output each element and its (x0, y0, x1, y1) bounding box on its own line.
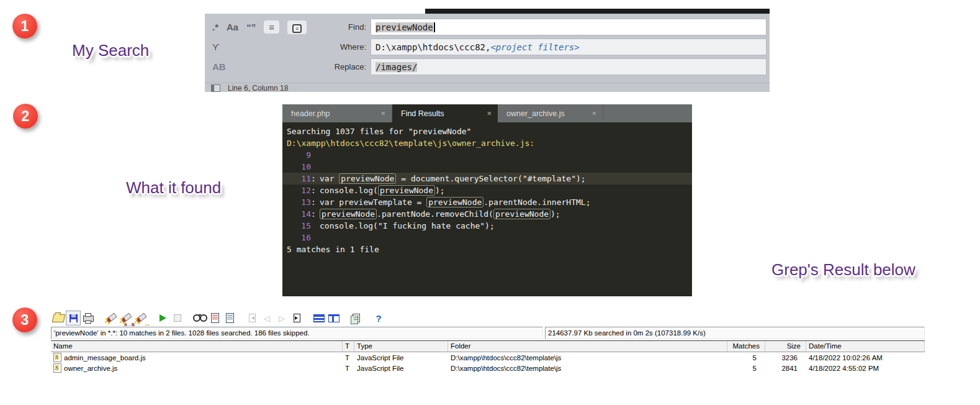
regex-toggle-icon[interactable]: .* (212, 22, 218, 32)
line-number: 16 (282, 232, 311, 243)
column-header-t[interactable]: T (343, 341, 354, 352)
table-row[interactable]: owner_archive.jsTJavaScript FileD:\xampp… (51, 363, 925, 373)
file-report-icon[interactable] (222, 311, 237, 325)
cell-matches: 5 (727, 365, 765, 372)
column-header-type[interactable]: Type (354, 341, 448, 352)
editor-status-bar: Line 6, Column 18 (205, 83, 770, 93)
case-sensitive-toggle-icon[interactable]: Aa (227, 22, 238, 32)
code-text: var previewNode = document.querySelector… (320, 173, 586, 184)
split-vertical-icon[interactable] (326, 311, 341, 325)
line-separator (311, 232, 320, 243)
line-number: 15 (282, 220, 311, 232)
open-folder-icon[interactable] (51, 311, 66, 325)
search-options-icon[interactable]: ... (133, 311, 148, 325)
print-glyph (83, 316, 94, 322)
run-search-glyph (160, 314, 166, 322)
line-separator (311, 161, 320, 173)
tab-header-php[interactable]: header.php× (282, 104, 392, 122)
find-input[interactable]: previewNode (371, 19, 766, 35)
column-header-date-time[interactable]: Date/Time (806, 341, 925, 352)
preserve-case-toggle-icon[interactable]: AB (212, 61, 226, 72)
code-line[interactable]: 14:previewNode.parentNode.removeChild(pr… (282, 208, 692, 220)
result-text: 5 matches in 1 file (282, 243, 379, 255)
search-replace-icon[interactable]: A→B (118, 311, 133, 325)
code-line[interactable]: 9 (282, 149, 692, 161)
view-matches-icon[interactable] (192, 311, 207, 325)
where-value: D:\xampp\htdocs\ccc82, (375, 42, 490, 52)
tab-close-icon[interactable]: × (487, 109, 492, 118)
line-separator (311, 149, 320, 161)
grep-toolbar: A→B...◁▷? (51, 309, 925, 327)
match-report-glyph (211, 313, 219, 323)
tab-owner-archive-js[interactable]: owner_archive.js× (498, 104, 603, 122)
replace-value: /images/ (375, 62, 417, 72)
search-icon[interactable] (103, 311, 118, 325)
show-context-toggle-icon[interactable]: ≡ (287, 20, 307, 34)
last-match-icon[interactable] (289, 311, 304, 325)
help-icon[interactable]: ? (371, 311, 386, 325)
run-search-icon[interactable] (155, 311, 170, 325)
line-number: 14 (282, 208, 311, 220)
last-match-glyph (294, 314, 300, 322)
line-number: 12 (282, 184, 311, 196)
replace-input[interactable]: /images/ (371, 58, 766, 75)
code-line[interactable]: Searching 1037 files for "previewNode" (282, 125, 692, 137)
match-report-icon[interactable] (207, 311, 222, 325)
find-results-code-area[interactable]: Searching 1037 files for "previewNode"D:… (282, 122, 692, 296)
code-line[interactable]: 5 matches in 1 file (282, 243, 692, 255)
whole-word-toggle-icon[interactable]: “” (246, 22, 256, 32)
tab-close-icon[interactable]: × (591, 109, 596, 118)
pane-icon[interactable] (211, 84, 220, 92)
cell-name: owner_archive.js (51, 363, 343, 373)
split-vertical-glyph (328, 314, 339, 322)
column-header-folder[interactable]: Folder (448, 341, 727, 352)
cell-matches: 5 (727, 354, 765, 362)
annotation-my-search: My Search (72, 41, 149, 60)
line-number: 9 (282, 149, 311, 161)
code-line[interactable]: 12:console.log(previewNode); (282, 184, 692, 196)
code-line[interactable]: 13:var previewTemplate = previewNode.par… (282, 196, 692, 208)
annotation-greps-result: Grep's Result below (771, 260, 915, 280)
tab-close-icon[interactable]: × (380, 109, 385, 118)
code-text: console.log("I fucking hate cache"); (320, 220, 495, 232)
code-line[interactable]: 16 (282, 232, 692, 243)
toolbar-sub-label: ... (145, 321, 150, 327)
cursor-position-text: Line 6, Column 18 (228, 84, 288, 93)
use-buffer-toggle-icon[interactable]: ϒ (212, 42, 220, 52)
wrap-toggle-icon[interactable]: ≡ (264, 20, 279, 34)
grep-results-table: NameTTypeFolderMatchesSizeDate/Time admi… (51, 340, 925, 373)
where-label: Where: (323, 42, 371, 52)
code-line[interactable]: 11:var previewNode = document.querySelec… (282, 173, 692, 184)
cell-folder: D:\xampp\htdocs\ccc82\template\js (448, 365, 727, 372)
code-line[interactable]: 15console.log("I fucking hate cache"); (282, 220, 692, 232)
js-file-icon (53, 353, 61, 362)
save-icon[interactable] (66, 311, 81, 325)
first-match-glyph (249, 314, 256, 322)
print-icon[interactable] (81, 311, 96, 325)
column-header-name[interactable]: Name (51, 341, 343, 352)
line-separator: : (311, 208, 320, 220)
result-file-path: D:\xampp\htdocs\ccc82\template\js\owner_… (282, 137, 534, 149)
column-header-size[interactable]: Size (765, 341, 806, 352)
split-horizontal-icon[interactable] (312, 311, 326, 325)
stop-search-glyph (174, 314, 181, 322)
open-folder-glyph (52, 314, 65, 322)
line-separator: : (311, 173, 320, 184)
code-text: console.log(previewNode); (320, 184, 445, 196)
copy-results-icon[interactable] (349, 311, 364, 325)
help-glyph: ? (375, 313, 381, 324)
step-badge-1: 1 (12, 14, 37, 39)
tab-find-results[interactable]: Find Results× (392, 104, 498, 122)
prev-match-glyph: ◁ (264, 314, 270, 322)
code-line[interactable]: 10 (282, 161, 692, 173)
cell-type: JavaScript File (354, 354, 448, 362)
screenshot-stage: 1 2 3 My Search What it found Grep's Res… (0, 0, 980, 405)
code-line[interactable]: D:\xampp\htdocs\ccc82\template\js\owner_… (282, 137, 692, 149)
match-highlight: previewNode (493, 209, 551, 219)
where-input[interactable]: D:\xampp\htdocs\ccc82,<project filters> (371, 39, 766, 55)
table-row[interactable]: admin_message_board.jsTJavaScript FileD:… (51, 352, 925, 363)
column-header-matches[interactable]: Matches (727, 341, 765, 352)
js-file-icon (53, 363, 61, 373)
next-match-glyph: ▷ (279, 314, 285, 322)
step-badge-2: 2 (13, 104, 38, 129)
